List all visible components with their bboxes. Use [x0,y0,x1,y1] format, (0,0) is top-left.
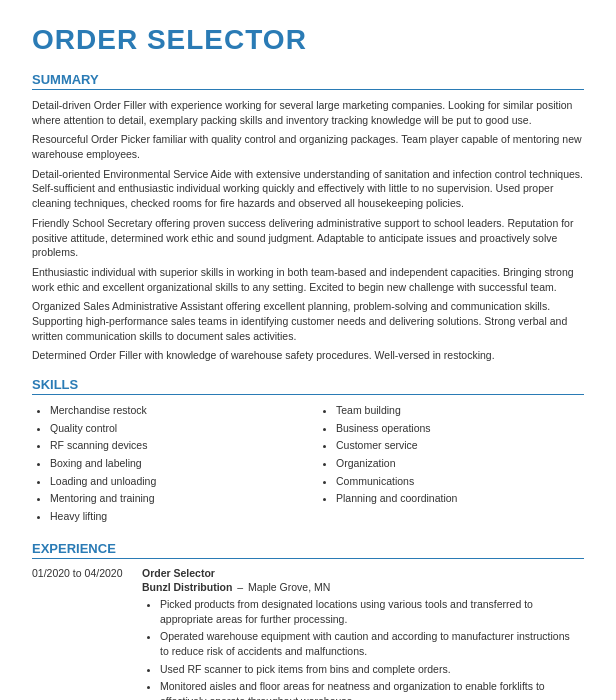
skill-left-5: Mentoring and training [50,491,298,506]
experience-bullet-0-1: Operated warehouse equipment with cautio… [160,629,579,658]
summary-paragraph-5: Organized Sales Administrative Assistant… [32,299,584,343]
skill-left-0: Merchandise restock [50,403,298,418]
experience-entries: 01/2020 to 04/2020Order SelectorBunzl Di… [32,567,584,700]
experience-bullet-0-3: Monitored aisles and floor areas for nea… [160,679,579,700]
skill-left-3: Boxing and labeling [50,456,298,471]
experience-bullets-0: Picked products from designated location… [142,597,579,700]
summary-paragraph-3: Friendly School Secretary offering prove… [32,216,584,260]
dash-0: – [234,581,246,593]
experience-bullet-0-2: Used RF scanner to pick items from bins … [160,662,579,677]
job-title-0: Order Selector [142,567,579,579]
skill-left-2: RF scanning devices [50,438,298,453]
skills-heading: SKILLS [32,377,584,395]
skills-left: Merchandise restockQuality controlRF sca… [32,403,298,527]
skill-right-5: Planning and coordination [336,491,584,506]
skills-section: SKILLS Merchandise restockQuality contro… [32,377,584,527]
page-title: ORDER SELECTOR [32,24,584,56]
summary-paragraph-4: Enthusiastic individual with superior sk… [32,265,584,294]
summary-content: Detail-driven Order Filler with experien… [32,98,584,363]
experience-bullet-0-0: Picked products from designated location… [160,597,579,626]
skill-right-2: Customer service [336,438,584,453]
experience-date-0: 01/2020 to 04/2020 [32,567,142,579]
experience-right-0: Order SelectorBunzl Distribution – Maple… [142,567,579,700]
experience-section: EXPERIENCE 01/2020 to 04/2020Order Selec… [32,541,584,700]
skill-left-6: Heavy lifting [50,509,298,524]
skills-right-list: Team buildingBusiness operationsCustomer… [318,403,584,506]
skill-left-1: Quality control [50,421,298,436]
skill-right-0: Team building [336,403,584,418]
skill-right-3: Organization [336,456,584,471]
summary-paragraph-1: Resourceful Order Picker familiar with q… [32,132,584,161]
skill-right-1: Business operations [336,421,584,436]
location-0: Maple Grove, MN [248,581,330,593]
company-name-0: Bunzl Distribution [142,581,232,593]
skills-right: Team buildingBusiness operationsCustomer… [318,403,584,527]
summary-paragraph-0: Detail-driven Order Filler with experien… [32,98,584,127]
summary-paragraph-2: Detail-oriented Environmental Service Ai… [32,167,584,211]
skill-left-4: Loading and unloading [50,474,298,489]
summary-section: SUMMARY Detail-driven Order Filler with … [32,72,584,363]
experience-entry-0: 01/2020 to 04/2020Order SelectorBunzl Di… [32,567,584,700]
skill-right-4: Communications [336,474,584,489]
skills-left-list: Merchandise restockQuality controlRF sca… [32,403,298,524]
skills-container: Merchandise restockQuality controlRF sca… [32,403,584,527]
summary-paragraph-6: Determined Order Filler with knowledge o… [32,348,584,363]
summary-heading: SUMMARY [32,72,584,90]
company-location-0: Bunzl Distribution – Maple Grove, MN [142,581,579,593]
experience-heading: EXPERIENCE [32,541,584,559]
